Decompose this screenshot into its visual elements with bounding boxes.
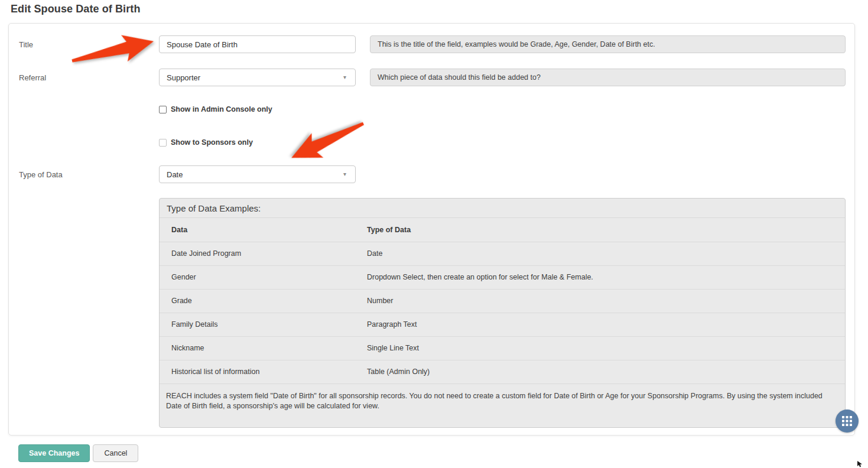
type-of-data-field-row: Type of Data Date ▾	[19, 165, 846, 183]
referral-help-text: Which piece of data should this field be…	[370, 69, 846, 86]
title-input[interactable]	[159, 35, 356, 53]
example-type-cell: Paragraph Text	[367, 313, 845, 336]
referral-select-value: Supporter	[167, 73, 200, 82]
sponsors-only-label: Show to Sponsors only	[171, 138, 253, 147]
example-data-cell: Nickname	[160, 336, 367, 360]
example-data-cell: Date Joined Program	[160, 242, 367, 265]
chevron-down-icon: ▾	[343, 74, 348, 80]
table-row: Historical list of information Table (Ad…	[160, 360, 845, 384]
example-type-cell: Single Line Text	[367, 336, 845, 360]
examples-table-header-row: Data Type of Data	[160, 218, 845, 242]
cancel-button[interactable]: Cancel	[93, 444, 138, 462]
table-row: Grade Number	[160, 289, 845, 313]
form-actions: Save Changes Cancel	[18, 444, 868, 462]
type-of-data-examples-panel: Type of Data Examples: Data Type of Data…	[159, 198, 846, 428]
example-type-cell: Number	[367, 289, 845, 313]
example-data-cell: Historical list of information	[160, 360, 367, 384]
edit-field-card: Title This is the title of the field, ex…	[8, 23, 855, 436]
app-launcher-button[interactable]	[836, 410, 859, 433]
type-of-data-select[interactable]: Date ▾	[159, 165, 356, 183]
example-type-cell: Table (Admin Only)	[367, 360, 845, 384]
chevron-down-icon: ▾	[343, 171, 348, 177]
examples-column-header-data: Data	[160, 218, 367, 242]
referral-select[interactable]: Supporter ▾	[159, 69, 356, 86]
admin-console-only-checkbox-row[interactable]: Show in Admin Console only	[159, 105, 846, 113]
example-data-cell: Gender	[160, 265, 367, 289]
title-field-row: Title This is the title of the field, ex…	[19, 35, 846, 53]
sponsors-only-checkbox-row[interactable]: Show to Sponsors only	[159, 138, 846, 147]
examples-table: Data Type of Data Date Joined Program Da…	[160, 218, 845, 384]
title-field-label: Title	[19, 35, 159, 49]
page-title: Edit Spouse Date of Birth	[11, 3, 868, 15]
referral-field-row: Referral Supporter ▾ Which piece of data…	[19, 69, 846, 86]
example-type-cell: Date	[367, 242, 845, 265]
examples-note: REACH includes a system field "Date of B…	[160, 384, 845, 427]
table-row: Nickname Single Line Text	[160, 336, 845, 360]
example-type-cell: Dropdown Select, then create an option f…	[367, 265, 845, 289]
example-data-cell: Grade	[160, 289, 367, 313]
example-data-cell: Family Details	[160, 313, 367, 336]
type-of-data-select-value: Date	[167, 170, 183, 179]
referral-field-label: Referral	[19, 69, 159, 82]
title-help-text: This is the title of the field, examples…	[370, 35, 846, 53]
table-row: Gender Dropdown Select, then create an o…	[160, 265, 845, 289]
table-row: Date Joined Program Date	[160, 242, 845, 265]
table-row: Family Details Paragraph Text	[160, 313, 845, 336]
admin-console-only-label: Show in Admin Console only	[171, 105, 272, 113]
save-changes-button[interactable]: Save Changes	[18, 444, 90, 462]
sponsors-only-checkbox[interactable]	[159, 139, 167, 147]
examples-panel-title: Type of Data Examples:	[160, 199, 845, 218]
mouse-cursor-icon	[857, 461, 863, 467]
examples-column-header-type: Type of Data	[367, 218, 845, 242]
admin-console-only-checkbox[interactable]	[159, 106, 167, 113]
grid-icon	[842, 416, 852, 426]
type-of-data-field-label: Type of Data	[19, 165, 159, 179]
